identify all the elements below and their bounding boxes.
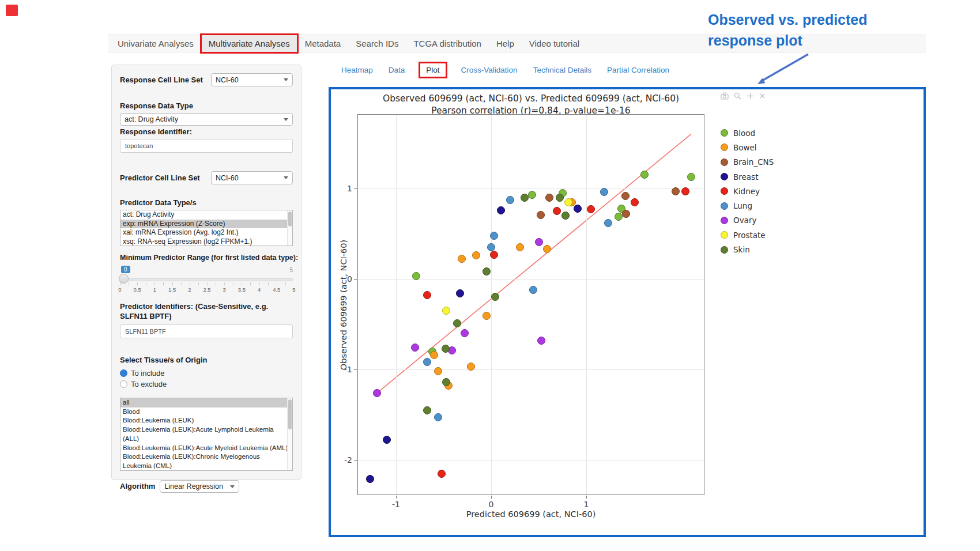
legend-item-ovary[interactable]: Ovary — [721, 213, 774, 228]
legend-item-blood[interactable]: Blood — [721, 126, 774, 140]
algorithm-label: Algorithm — [120, 482, 155, 491]
data-point-skin — [442, 345, 450, 353]
slider-scale-tick: 3 — [223, 286, 226, 293]
data-point-kidney — [631, 198, 639, 206]
data-point-skin — [556, 194, 564, 202]
gridline-y — [358, 369, 704, 370]
data-point-ovary — [461, 329, 469, 337]
legend-item-brain-cns[interactable]: Brain_CNS — [721, 155, 774, 169]
slider-track[interactable] — [120, 278, 293, 281]
data-point-brain-cns — [672, 187, 680, 195]
legend-dot-icon — [721, 144, 728, 151]
data-point-lung — [604, 219, 612, 227]
predictor-data-types-label: Predictor Data Type/s — [120, 198, 293, 207]
x-tick-label: 1 — [584, 500, 589, 509]
legend-item-bowel[interactable]: Bowel — [721, 140, 774, 154]
tissue-radios: To includeTo exclude — [120, 368, 293, 390]
data-point-lung — [506, 196, 514, 204]
nav-item-help[interactable]: Help — [489, 35, 522, 52]
slider-scale-tick: 5 — [292, 286, 295, 293]
option-xsq[interactable]: xsq: RNA-seq Expression (log2 FPKM+1.) — [120, 237, 292, 247]
nav-item-metadata[interactable]: Metadata — [297, 35, 349, 52]
response-data-type-select[interactable]: act: Drug Activity — [120, 113, 293, 126]
x-tick-label: -1 — [392, 500, 400, 509]
tab-plot[interactable]: Plot — [420, 63, 445, 77]
data-point-skin — [491, 293, 499, 301]
tissue-listbox: allBloodBlood:Leukemia (LEUK)Blood:Leuke… — [120, 398, 293, 471]
option-act[interactable]: act: Drug Activity — [120, 210, 292, 220]
nav-item-multivariate-analyses[interactable]: Multivariate Analyses — [201, 35, 297, 52]
plot-output-panel: Observed 609699 (act, NCI-60) vs. Predic… — [329, 87, 926, 537]
data-point-blood — [412, 272, 420, 280]
gridline-x — [396, 115, 397, 495]
data-point-skin — [453, 319, 461, 327]
data-point-breast — [366, 475, 374, 483]
option-xai[interactable]: xai: mRNA Expression (Avg. log2 Int.) — [120, 228, 292, 237]
legend-item-breast[interactable]: Breast — [721, 169, 774, 184]
chart-title-line1: Observed 609699 (act, NCI-60) vs. Predic… — [357, 93, 704, 105]
data-point-bowel — [458, 255, 466, 263]
tab-technical-details[interactable]: Technical Details — [533, 66, 591, 74]
response-identifier-input[interactable] — [120, 139, 293, 153]
tissue-option[interactable]: all — [120, 398, 291, 407]
predictor-data-types-listbox: act: Drug Activityexp: mRNA Expression (… — [120, 210, 293, 246]
gridline-x — [586, 115, 587, 495]
slider-handle[interactable] — [119, 274, 129, 284]
data-point-lung — [423, 358, 431, 366]
data-point-bowel — [472, 251, 480, 259]
scrollbar[interactable] — [287, 210, 292, 246]
tab-heatmap[interactable]: Heatmap — [341, 66, 373, 74]
data-point-breast — [456, 289, 464, 297]
data-point-kidney — [438, 470, 446, 478]
tab-data[interactable]: Data — [389, 66, 405, 74]
nav-item-univariate-analyses[interactable]: Univariate Analyses — [110, 35, 201, 52]
close-icon[interactable] — [759, 93, 766, 99]
data-point-skin — [442, 378, 450, 386]
camera-icon[interactable] — [721, 92, 729, 100]
regression-line — [358, 115, 705, 496]
tissue-option[interactable]: Blood — [120, 407, 291, 417]
chart-legend: BloodBowelBrain_CNSBreastKidneyLungOvary… — [721, 126, 774, 257]
predictor-identifiers-input[interactable] — [120, 324, 293, 338]
x-tick-label: 0 — [489, 500, 494, 509]
slider-scale-tick: 0 — [118, 286, 121, 293]
legend-item-skin[interactable]: Skin — [721, 242, 774, 256]
magnifier-icon[interactable] — [734, 92, 741, 100]
response-cell-line-set-select[interactable]: NCI-60 — [211, 73, 293, 86]
radio-to-include[interactable]: To include — [120, 368, 293, 379]
tissue-option[interactable]: Blood:Leukemia (LEUK):Acute Lymphoid Leu… — [120, 425, 291, 443]
min-predictor-range-slider: 0 5 00.511.522.533.544.55 — [120, 266, 293, 296]
y-tick-label: 0 — [337, 274, 352, 284]
slider-scale-tick: 4.5 — [273, 286, 280, 293]
tissue-options: allBloodBlood:Leukemia (LEUK)Blood:Leuke… — [120, 398, 291, 471]
data-point-skin — [521, 194, 529, 202]
handwritten-annotation: Observed vs. predicted response plot — [708, 9, 868, 51]
nav-item-video-tutorial[interactable]: Video tutorial — [522, 35, 587, 52]
data-point-ovary — [411, 344, 419, 352]
tab-partial-correlation[interactable]: Partial Correlation — [607, 66, 669, 74]
data-point-ovary — [535, 238, 543, 246]
legend-item-prostate[interactable]: Prostate — [721, 228, 774, 242]
tissue-option[interactable]: Blood:Leukemia (LEUK) — [120, 416, 291, 425]
scrollbar[interactable] — [287, 398, 292, 470]
legend-item-lung[interactable]: Lung — [721, 198, 774, 213]
response-data-type-label: Response Data Type — [120, 101, 293, 111]
tissue-option[interactable]: Blood:Leukemia (LEUK):Chronic Myelogenou… — [120, 452, 291, 470]
algorithm-select[interactable]: Linear Regression — [160, 480, 239, 493]
data-point-kidney — [681, 187, 689, 195]
data-point-kidney — [587, 205, 595, 213]
radio-to-exclude[interactable]: To exclude — [120, 379, 293, 390]
nav-item-search-ids[interactable]: Search IDs — [348, 35, 406, 52]
predictor-cell-line-set-select[interactable]: NCI-60 — [211, 171, 293, 184]
option-exp[interactable]: exp: mRNA Expression (Z-Score) — [120, 220, 292, 229]
data-point-lung — [487, 243, 495, 251]
data-point-kidney — [553, 207, 561, 215]
tab-cross-validation[interactable]: Cross-Validation — [461, 66, 518, 74]
legend-item-kidney[interactable]: Kidney — [721, 184, 774, 198]
nav-item-tcga-distribution[interactable]: TCGA distribution — [406, 35, 489, 52]
chevron-down-icon — [284, 176, 288, 179]
tissue-option[interactable]: Blood:Leukemia (LEUK):Acute Myeloid Leuk… — [120, 444, 291, 453]
min-predictor-range-label: Minimum Predictor Range (for first liste… — [120, 253, 293, 262]
pan-icon[interactable] — [747, 92, 754, 100]
predictor-identifiers-label: Predictor Identifiers: (Case-Sensitive, … — [120, 301, 293, 321]
